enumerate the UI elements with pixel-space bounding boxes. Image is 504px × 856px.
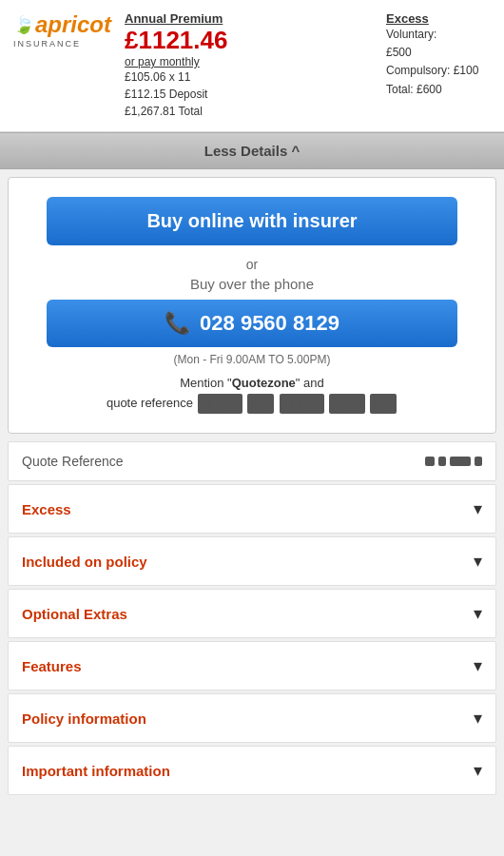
excess-area: Excess Voluntary: £500 Compulsory: £100 … <box>386 11 491 99</box>
quote-ref-redacted-4: ███ <box>329 394 364 415</box>
phone-icon: 📞 <box>165 311 190 336</box>
quote-ref-label: Quote Reference <box>22 454 124 469</box>
annual-premium-label: Annual Premium <box>125 11 386 26</box>
compulsory-text: Compulsory: £100 <box>386 64 478 77</box>
chevron-down-icon: ▾ <box>474 603 482 624</box>
chevron-down-icon: ▾ <box>474 708 482 729</box>
buy-online-button[interactable]: Buy online with insurer <box>47 197 457 245</box>
chevron-down-icon: ▾ <box>474 760 482 781</box>
quote-ref-redacted-3: ████ <box>280 394 324 415</box>
chevron-down-icon: ▾ <box>474 498 482 519</box>
chevron-down-icon: ▾ <box>474 551 482 572</box>
header: 🍃 apricot INSURANCE Annual Premium £1121… <box>0 0 504 132</box>
accordion-item-important-information: Important information▾ <box>8 746 496 795</box>
accordion-item-included-on-policy: Included on policy▾ <box>8 536 496 586</box>
total-text: Total: £600 <box>386 83 442 96</box>
accordion-item-features: Features▾ <box>8 641 496 691</box>
hours-text: (Mon - Fri 9.00AM TO 5.00PM) <box>24 353 480 366</box>
quote-ref-value <box>425 457 482 466</box>
accordion-header-features[interactable]: Features▾ <box>9 642 495 690</box>
accordion-header-important-information[interactable]: Important information▾ <box>9 747 495 794</box>
excess-title: Excess <box>386 11 491 26</box>
excess-details: Voluntary: £500 Compulsory: £100 Total: … <box>386 26 491 99</box>
monthly-line1: £105.06 x 11 <box>125 70 190 84</box>
quote-ref-redacted-1: ████ <box>198 394 242 415</box>
accordion-title-policy-information: Policy information <box>22 710 146 727</box>
monthly-details: £105.06 x 11 £112.15 Deposit £1,267.81 T… <box>125 68 386 120</box>
ref-block-2 <box>438 457 446 466</box>
accordion-header-included-on-policy[interactable]: Included on policy▾ <box>9 537 495 585</box>
accordion-item-policy-information: Policy information▾ <box>8 693 496 743</box>
logo-name: apricot <box>35 11 111 38</box>
ref-block-3 <box>450 457 471 466</box>
mention-prefix: Mention " <box>180 376 231 390</box>
logo-area: 🍃 apricot INSURANCE <box>13 11 111 49</box>
chevron-down-icon: ▾ <box>474 655 482 676</box>
quotezone-brand: Quotezone <box>232 376 296 390</box>
main-card: Buy online with insurer or Buy over the … <box>8 177 496 434</box>
accordion-title-important-information: Important information <box>22 763 170 779</box>
premium-area: Annual Premium £1121.46 or pay monthly £… <box>111 11 386 120</box>
leaf-icon: 🍃 <box>13 14 34 35</box>
accordion-item-optional-extras: Optional Extras▾ <box>8 589 496 638</box>
accordion-header-optional-extras[interactable]: Optional Extras▾ <box>9 590 495 637</box>
buy-phone-label: Buy over the phone <box>24 276 480 292</box>
phone-button[interactable]: 📞 028 9560 8129 <box>47 300 457 347</box>
ref-block-4 <box>475 457 482 466</box>
monthly-line3: £1,267.81 Total <box>125 105 203 118</box>
annual-premium-value: £1121.46 <box>125 26 386 55</box>
accordion-title-excess: Excess <box>22 501 71 517</box>
less-details-button[interactable]: Less Details ^ <box>0 132 504 169</box>
ref-block-1 <box>425 457 435 466</box>
phone-number: 028 9560 8129 <box>200 311 339 336</box>
accordion-title-features: Features <box>22 658 82 674</box>
or-divider-text: or <box>24 257 480 272</box>
monthly-label: or pay monthly <box>125 55 386 68</box>
voluntary-amount: £500 <box>386 46 412 59</box>
quote-ref-prefix: quote reference <box>107 396 193 410</box>
quote-reference-row: Quote Reference <box>8 441 496 481</box>
accordion-title-optional-extras: Optional Extras <box>22 606 127 622</box>
quote-ref-redacted-2: ██ <box>247 394 274 415</box>
accordion-container: Excess▾Included on policy▾Optional Extra… <box>0 484 504 795</box>
logo: 🍃 apricot <box>13 11 111 38</box>
accordion-item-excess: Excess▾ <box>8 484 496 534</box>
mention-suffix: " and <box>296 376 324 390</box>
quote-ref-redacted-5: ██ <box>370 394 397 415</box>
accordion-header-excess[interactable]: Excess▾ <box>9 485 495 533</box>
mention-text: Mention "Quotezone" and quote reference … <box>24 374 480 414</box>
monthly-line2: £112.15 Deposit <box>125 88 207 101</box>
logo-insurance-label: INSURANCE <box>13 39 81 49</box>
accordion-header-policy-information[interactable]: Policy information▾ <box>9 694 495 742</box>
accordion-title-included-on-policy: Included on policy <box>22 554 147 570</box>
voluntary-label: Voluntary: <box>386 28 436 41</box>
